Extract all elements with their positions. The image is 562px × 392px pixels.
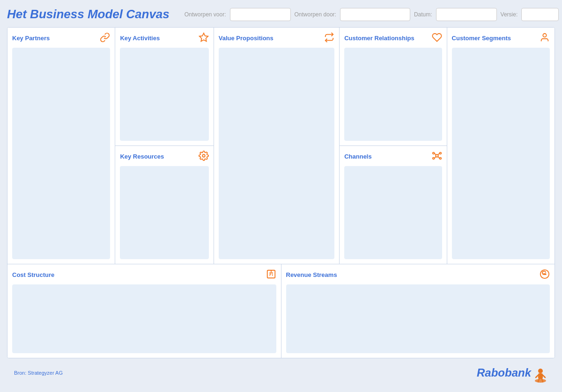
cost-structure-header: Cost Structure xyxy=(12,269,276,281)
col-activities-resources: Key Activities Key Resources xyxy=(115,28,214,264)
svg-point-1 xyxy=(202,154,205,157)
arrows-updown-icon xyxy=(324,32,334,44)
key-resources-content[interactable] xyxy=(120,166,208,259)
page-wrapper: Het Business Model Canvas Ontworpen voor… xyxy=(0,0,562,392)
person-icon xyxy=(540,32,550,44)
svg-line-7 xyxy=(434,153,436,155)
cell-revenue-streams: Revenue Streams xyxy=(281,264,555,358)
value-propositions-title: Value Propositions xyxy=(219,35,274,42)
svg-point-5 xyxy=(432,158,434,160)
key-activities-title: Key Activities xyxy=(120,35,160,42)
cost-structure-content[interactable] xyxy=(12,284,276,353)
key-activities-header: Key Activities xyxy=(120,32,208,44)
cell-key-partners: Key Partners xyxy=(7,28,115,264)
svg-rect-21 xyxy=(538,373,543,379)
heart-icon xyxy=(432,32,442,44)
customer-relationships-header: Customer Relationships xyxy=(344,32,442,44)
canvas-bottom: Cost Structure xyxy=(7,264,555,358)
footer: Bron: Strategyzer AG Rabobank xyxy=(7,358,555,385)
cell-key-resources: Key Resources xyxy=(115,146,213,264)
page-title: Het Business Model Canvas xyxy=(7,7,170,22)
channels-content[interactable] xyxy=(344,166,442,259)
rabobank-figure-icon xyxy=(533,362,548,383)
svg-line-8 xyxy=(437,153,439,155)
canvas: Key Partners Key Activities xyxy=(7,27,555,358)
revenue-streams-content[interactable] xyxy=(286,284,550,353)
versie-label: Versie: xyxy=(501,11,518,18)
cell-channels: Channels xyxy=(340,146,446,264)
gear-icon xyxy=(199,151,209,162)
svg-point-6 xyxy=(439,158,441,160)
cell-customer-relationships: Customer Relationships xyxy=(340,28,446,146)
hub-icon xyxy=(432,151,442,162)
ontworpen-door-input[interactable] xyxy=(340,8,410,21)
rabobank-logo: Rabobank xyxy=(477,362,548,383)
cell-value-propositions: Value Propositions xyxy=(214,28,340,264)
svg-point-20 xyxy=(535,379,546,383)
customer-segments-title: Customer Segments xyxy=(452,35,511,42)
channels-title: Channels xyxy=(344,153,372,160)
calculator-icon xyxy=(266,269,276,281)
cell-customer-segments: Customer Segments xyxy=(447,28,555,264)
svg-point-22 xyxy=(538,369,543,373)
ontworpen-voor-label: Ontworpen voor: xyxy=(185,11,226,18)
customer-relationships-content[interactable] xyxy=(344,48,442,141)
key-partners-title: Key Partners xyxy=(12,35,50,42)
cell-cost-structure: Cost Structure xyxy=(7,264,281,358)
svg-point-3 xyxy=(432,152,434,154)
svg-line-9 xyxy=(434,156,436,158)
key-resources-title: Key Resources xyxy=(120,153,164,160)
header-fields: Ontworpen voor: Ontworpen door: Datum: V… xyxy=(185,8,559,21)
canvas-top: Key Partners Key Activities xyxy=(7,28,555,264)
key-activities-content[interactable] xyxy=(120,48,208,141)
euro-icon xyxy=(540,269,550,281)
footer-source: Bron: Strategyzer AG xyxy=(14,370,63,376)
svg-marker-0 xyxy=(200,33,208,41)
datum-input[interactable] xyxy=(436,8,497,21)
cost-structure-title: Cost Structure xyxy=(12,271,54,278)
svg-line-24 xyxy=(543,375,545,377)
customer-segments-content[interactable] xyxy=(452,48,550,259)
customer-relationships-title: Customer Relationships xyxy=(344,35,414,42)
key-partners-content[interactable] xyxy=(12,48,110,259)
key-partners-header: Key Partners xyxy=(12,32,110,44)
ontworpen-voor-input[interactable] xyxy=(230,8,291,21)
customer-segments-header: Customer Segments xyxy=(452,32,550,44)
key-resources-header: Key Resources xyxy=(120,151,208,162)
revenue-streams-title: Revenue Streams xyxy=(286,271,337,278)
svg-point-4 xyxy=(439,152,441,154)
datum-label: Datum: xyxy=(414,11,432,18)
ontworpen-door-label: Ontworpen door: xyxy=(295,11,336,18)
cell-key-activities: Key Activities xyxy=(115,28,213,146)
versie-input[interactable] xyxy=(521,8,559,21)
link-icon xyxy=(100,32,110,44)
channels-header: Channels xyxy=(344,151,442,162)
rabobank-brand-text: Rabobank xyxy=(477,366,531,379)
value-propositions-content[interactable] xyxy=(219,48,334,259)
revenue-streams-header: Revenue Streams xyxy=(286,269,550,281)
svg-line-23 xyxy=(536,375,538,377)
col-cr-channels: Customer Relationships Channels xyxy=(340,28,447,264)
svg-line-10 xyxy=(437,156,439,158)
star-icon xyxy=(199,32,209,44)
value-propositions-header: Value Propositions xyxy=(219,32,334,44)
header: Het Business Model Canvas Ontworpen voor… xyxy=(7,7,555,22)
svg-point-11 xyxy=(543,34,546,37)
